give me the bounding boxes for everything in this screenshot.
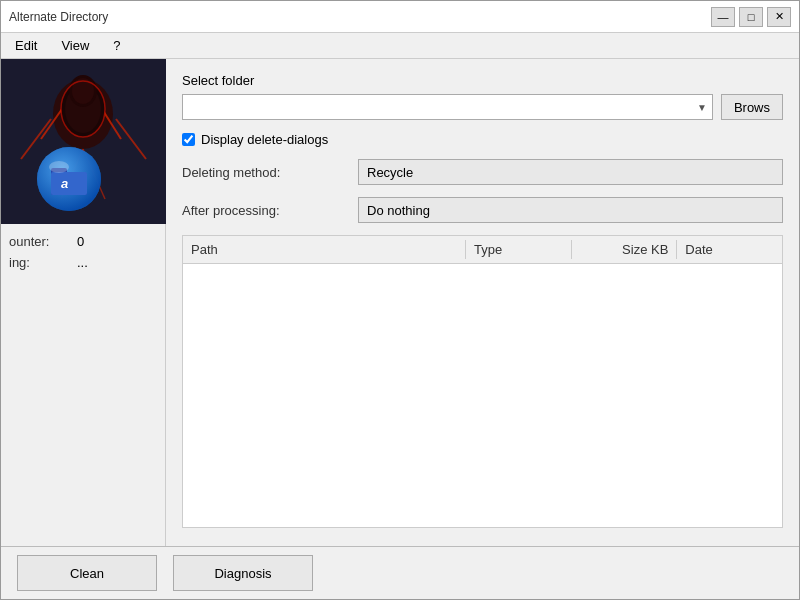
select-folder-label: Select folder bbox=[182, 73, 783, 88]
title-bar-left: Alternate Directory bbox=[9, 10, 108, 24]
close-button[interactable]: ✕ bbox=[767, 7, 791, 27]
bottom-bar: Clean Diagnosis bbox=[1, 546, 799, 599]
display-dialogs-label[interactable]: Display delete-dialogs bbox=[201, 132, 328, 147]
counter-row: ounter: 0 bbox=[9, 234, 157, 249]
folder-input-row: Brows bbox=[182, 94, 783, 120]
deleting-method-value: Recycle bbox=[358, 159, 783, 185]
clean-button[interactable]: Clean bbox=[17, 555, 157, 591]
processing-row: ing: ... bbox=[9, 255, 157, 270]
svg-point-19 bbox=[49, 161, 69, 173]
svg-rect-17 bbox=[51, 172, 87, 195]
title-bar-controls: — □ ✕ bbox=[711, 7, 791, 27]
deleting-method-label: Deleting method: bbox=[182, 165, 342, 180]
table-header: Path Type Size KB Date bbox=[183, 236, 782, 264]
left-panel: a ounter: 0 ing: ... bbox=[1, 59, 166, 546]
processing-value: ... bbox=[77, 255, 88, 270]
after-processing-row: After processing: Do nothing bbox=[182, 197, 783, 223]
browse-button[interactable]: Brows bbox=[721, 94, 783, 120]
main-window: Alternate Directory — □ ✕ Edit View ? bbox=[0, 0, 800, 600]
right-panel: Select folder Brows Display delete-d bbox=[166, 59, 799, 546]
col-path-header: Path bbox=[183, 240, 465, 259]
info-panel: ounter: 0 ing: ... bbox=[1, 224, 165, 280]
counter-label: ounter: bbox=[9, 234, 69, 249]
app-logo: a bbox=[1, 59, 166, 224]
counter-value: 0 bbox=[77, 234, 84, 249]
col-type-header: Type bbox=[465, 240, 571, 259]
display-dialogs-row: Display delete-dialogs bbox=[182, 132, 783, 147]
folder-select-wrapper bbox=[182, 94, 713, 120]
after-processing-value: Do nothing bbox=[358, 197, 783, 223]
minimize-button[interactable]: — bbox=[711, 7, 735, 27]
after-processing-label: After processing: bbox=[182, 203, 342, 218]
select-folder-section: Select folder Brows bbox=[182, 73, 783, 120]
processing-label: ing: bbox=[9, 255, 69, 270]
folder-row: Brows bbox=[182, 94, 783, 120]
col-date-header: Date bbox=[676, 240, 782, 259]
svg-text:a: a bbox=[61, 176, 68, 191]
menu-edit[interactable]: Edit bbox=[9, 36, 43, 55]
maximize-button[interactable]: □ bbox=[739, 7, 763, 27]
main-content: a ounter: 0 ing: ... Selec bbox=[1, 59, 799, 546]
logo-svg: a bbox=[1, 59, 166, 224]
file-table: Path Type Size KB Date bbox=[182, 235, 783, 528]
table-body bbox=[183, 264, 782, 527]
menu-help[interactable]: ? bbox=[107, 36, 126, 55]
col-size-header: Size KB bbox=[571, 240, 677, 259]
title-bar: Alternate Directory — □ ✕ bbox=[1, 1, 799, 33]
menu-bar: Edit View ? bbox=[1, 33, 799, 59]
display-dialogs-checkbox[interactable] bbox=[182, 133, 195, 146]
deleting-method-row: Deleting method: Recycle bbox=[182, 159, 783, 185]
diagnosis-button[interactable]: Diagnosis bbox=[173, 555, 313, 591]
menu-view[interactable]: View bbox=[55, 36, 95, 55]
window-title: Alternate Directory bbox=[9, 10, 108, 24]
folder-select[interactable] bbox=[182, 94, 713, 120]
